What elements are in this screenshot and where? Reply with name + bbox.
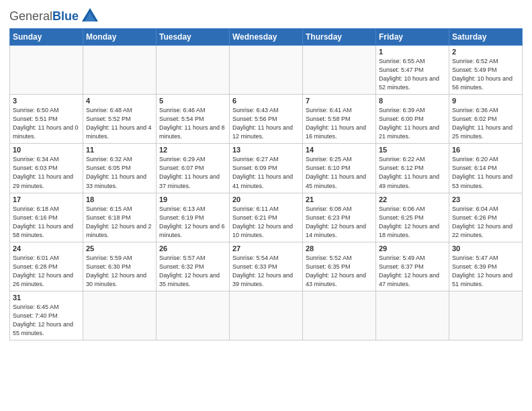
day-cell: 4Sunrise: 6:48 AMSunset: 5:52 PMDaylight… [83,95,157,144]
day-info: Sunrise: 6:39 AMSunset: 6:00 PMDaylight:… [379,106,446,141]
day-cell: 11Sunrise: 6:32 AMSunset: 6:05 PMDayligh… [83,144,157,193]
day-cell: 26Sunrise: 5:57 AMSunset: 6:32 PMDayligh… [157,242,230,291]
day-info: Sunrise: 6:36 AMSunset: 6:02 PMDaylight:… [452,106,519,141]
day-info: Sunrise: 6:18 AMSunset: 6:16 PMDaylight:… [13,205,80,240]
day-number: 28 [306,244,373,253]
day-number: 6 [232,97,300,105]
header: GeneralBlue [9,7,523,26]
day-cell: 29Sunrise: 5:49 AMSunset: 6:37 PMDayligh… [376,242,449,291]
day-info: Sunrise: 6:13 AMSunset: 6:19 PMDaylight:… [159,205,226,240]
week-row-2: 10Sunrise: 6:34 AMSunset: 6:03 PMDayligh… [10,144,523,193]
week-row-3: 17Sunrise: 6:18 AMSunset: 6:16 PMDayligh… [10,193,523,242]
day-cell: 21Sunrise: 6:08 AMSunset: 6:23 PMDayligh… [303,193,376,242]
day-info: Sunrise: 5:59 AMSunset: 6:30 PMDaylight:… [86,254,153,289]
weekday-header-wednesday: Wednesday [230,29,303,46]
day-info: Sunrise: 5:54 AMSunset: 6:33 PMDaylight:… [232,254,300,289]
day-info: Sunrise: 6:11 AMSunset: 6:21 PMDaylight:… [232,205,300,240]
day-cell: 15Sunrise: 6:22 AMSunset: 6:12 PMDayligh… [376,144,449,193]
day-cell: 19Sunrise: 6:13 AMSunset: 6:19 PMDayligh… [157,193,230,242]
day-number: 21 [306,195,373,203]
day-cell: 2Sunrise: 6:52 AMSunset: 5:49 PMDaylight… [449,46,523,95]
day-number: 17 [13,195,80,203]
weekday-header-monday: Monday [83,29,157,46]
day-cell: 10Sunrise: 6:34 AMSunset: 6:03 PMDayligh… [10,144,83,193]
day-number: 12 [159,146,226,154]
day-number: 9 [452,97,519,105]
day-cell: 6Sunrise: 6:43 AMSunset: 5:56 PMDaylight… [230,95,303,144]
day-cell: 16Sunrise: 6:20 AMSunset: 6:14 PMDayligh… [449,144,523,193]
day-info: Sunrise: 6:01 AMSunset: 6:28 PMDaylight:… [13,254,80,289]
day-info: Sunrise: 6:43 AMSunset: 5:56 PMDaylight:… [232,106,300,141]
day-cell [157,291,230,340]
day-number: 26 [159,244,226,253]
logo-text: GeneralBlue [9,10,79,22]
day-number: 20 [232,195,300,203]
day-info: Sunrise: 6:52 AMSunset: 5:49 PMDaylight:… [452,57,519,92]
logo-blue: Blue [52,9,79,23]
day-number: 27 [232,244,300,253]
day-cell: 14Sunrise: 6:25 AMSunset: 6:10 PMDayligh… [303,144,376,193]
day-number: 15 [379,146,446,154]
day-cell [376,291,449,340]
week-row-4: 24Sunrise: 6:01 AMSunset: 6:28 PMDayligh… [10,242,523,291]
day-cell: 17Sunrise: 6:18 AMSunset: 6:16 PMDayligh… [10,193,83,242]
day-cell [83,291,157,340]
day-info: Sunrise: 6:06 AMSunset: 6:25 PMDaylight:… [379,205,446,240]
day-number: 13 [232,146,300,154]
day-info: Sunrise: 5:52 AMSunset: 6:35 PMDaylight:… [306,254,373,289]
day-info: Sunrise: 5:47 AMSunset: 6:39 PMDaylight:… [452,254,519,289]
day-cell: 24Sunrise: 6:01 AMSunset: 6:28 PMDayligh… [10,242,83,291]
logo-general: General [9,9,52,23]
day-number: 18 [86,195,153,203]
week-row-0: 1Sunrise: 6:55 AMSunset: 5:47 PMDaylight… [10,46,523,95]
day-cell: 7Sunrise: 6:41 AMSunset: 5:58 PMDaylight… [303,95,376,144]
day-number: 16 [452,146,519,154]
day-cell [157,46,230,95]
day-number: 14 [306,146,373,154]
day-cell: 25Sunrise: 5:59 AMSunset: 6:30 PMDayligh… [83,242,157,291]
day-number: 10 [13,146,80,154]
day-info: Sunrise: 6:20 AMSunset: 6:14 PMDaylight:… [452,155,519,190]
day-info: Sunrise: 6:08 AMSunset: 6:23 PMDaylight:… [306,205,373,240]
logo: GeneralBlue [9,7,99,26]
day-cell: 8Sunrise: 6:39 AMSunset: 6:00 PMDaylight… [376,95,449,144]
day-cell: 12Sunrise: 6:29 AMSunset: 6:07 PMDayligh… [157,144,230,193]
day-number: 5 [159,97,226,105]
day-number: 2 [452,48,519,56]
day-cell: 31Sunrise: 6:45 AMSunset: 7:40 PMDayligh… [10,291,83,340]
weekday-header-thursday: Thursday [303,29,376,46]
day-info: Sunrise: 6:50 AMSunset: 5:51 PMDaylight:… [13,106,80,141]
day-cell [303,291,376,340]
weekday-header-sunday: Sunday [10,29,83,46]
day-number: 25 [86,244,153,253]
day-number: 31 [13,293,80,302]
weekday-header-tuesday: Tuesday [157,29,230,46]
day-number: 19 [159,195,226,203]
day-info: Sunrise: 6:22 AMSunset: 6:12 PMDaylight:… [379,155,446,190]
day-cell: 13Sunrise: 6:27 AMSunset: 6:09 PMDayligh… [230,144,303,193]
day-number: 3 [13,97,80,105]
day-cell: 20Sunrise: 6:11 AMSunset: 6:21 PMDayligh… [230,193,303,242]
day-number: 24 [13,244,80,253]
day-cell: 28Sunrise: 5:52 AMSunset: 6:35 PMDayligh… [303,242,376,291]
day-info: Sunrise: 6:34 AMSunset: 6:03 PMDaylight:… [13,155,80,190]
day-number: 30 [452,244,519,253]
day-info: Sunrise: 6:29 AMSunset: 6:07 PMDaylight:… [159,155,226,190]
day-number: 22 [379,195,446,203]
day-cell: 22Sunrise: 6:06 AMSunset: 6:25 PMDayligh… [376,193,449,242]
day-cell: 18Sunrise: 6:15 AMSunset: 6:18 PMDayligh… [83,193,157,242]
week-row-1: 3Sunrise: 6:50 AMSunset: 5:51 PMDaylight… [10,95,523,144]
day-info: Sunrise: 5:57 AMSunset: 6:32 PMDaylight:… [159,254,226,289]
day-cell: 3Sunrise: 6:50 AMSunset: 5:51 PMDaylight… [10,95,83,144]
day-info: Sunrise: 6:32 AMSunset: 6:05 PMDaylight:… [86,155,153,190]
day-info: Sunrise: 6:41 AMSunset: 5:58 PMDaylight:… [306,106,373,141]
day-info: Sunrise: 5:49 AMSunset: 6:37 PMDaylight:… [379,254,446,289]
day-info: Sunrise: 6:27 AMSunset: 6:09 PMDaylight:… [232,155,300,190]
logo-icon [81,7,99,26]
day-cell [303,46,376,95]
weekday-header-friday: Friday [376,29,449,46]
day-cell: 5Sunrise: 6:46 AMSunset: 5:54 PMDaylight… [157,95,230,144]
day-cell: 23Sunrise: 6:04 AMSunset: 6:26 PMDayligh… [449,193,523,242]
day-number: 7 [306,97,373,105]
weekday-header-saturday: Saturday [449,29,523,46]
